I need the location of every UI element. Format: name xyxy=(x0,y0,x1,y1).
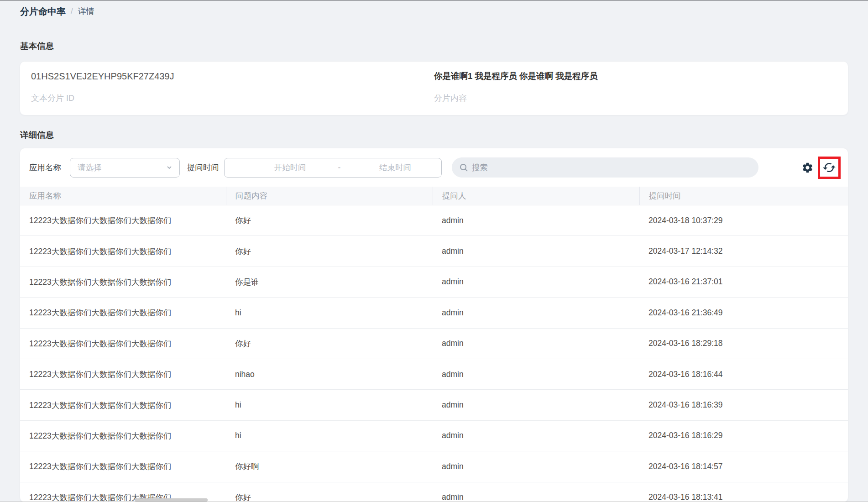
table-body: 12223大数据你们大数据你们大数据你们你好admin2024-03-18 10… xyxy=(20,205,848,502)
cell-app-name: 12223大数据你们大数据你们大数据你们 xyxy=(20,277,226,288)
table-row: 12223大数据你们大数据你们大数据你们hiadmin2024-03-16 21… xyxy=(20,298,848,328)
cell-app-name: 12223大数据你们大数据你们大数据你们 xyxy=(20,307,226,318)
cell-ask-time: 2024-03-17 12:14:32 xyxy=(639,246,848,256)
annotation-highlight-box xyxy=(818,157,841,179)
search-icon xyxy=(459,163,468,172)
settings-button[interactable] xyxy=(801,162,814,174)
shard-content-label: 分片内容 xyxy=(434,92,837,104)
table-row: 12223大数据你们大数据你们大数据你们你好啊admin2024-03-16 1… xyxy=(20,451,848,482)
basic-info-card: 01HS2S1VEJ2EYHP95KF27Z439J 文本分片 ID 你是谁啊1… xyxy=(20,62,848,115)
app-name-select[interactable]: 请选择 xyxy=(70,158,180,178)
table-row: 12223大数据你们大数据你们大数据你们你是谁admin2024-03-16 2… xyxy=(20,267,848,298)
detail-info-card: 应用名称 请选择 提问时间 开始时间 - 结束时间 xyxy=(20,148,848,502)
gear-icon xyxy=(801,162,814,174)
text-shard-id-label: 文本分片 ID xyxy=(31,92,434,104)
cell-ask-time: 2024-03-16 21:36:49 xyxy=(639,308,848,318)
cell-question: nihao xyxy=(226,370,433,379)
cell-asker: admin xyxy=(433,492,639,502)
breadcrumb-parent-link[interactable]: 分片命中率 xyxy=(20,5,66,18)
refresh-button[interactable] xyxy=(822,161,836,174)
cell-asker: admin xyxy=(433,246,639,256)
basic-info-field-content: 你是谁啊1 我是程序员 你是谁啊 我是程序员 分片内容 xyxy=(434,70,837,106)
cell-question: 你好 xyxy=(226,492,433,502)
cell-question: 你好 xyxy=(226,338,433,349)
cell-question: hi xyxy=(226,308,433,318)
cell-asker: admin xyxy=(433,277,639,287)
app-name-filter-label: 应用名称 xyxy=(29,162,61,173)
cell-asker: admin xyxy=(433,400,639,410)
cell-app-name: 12223大数据你们大数据你们大数据你们 xyxy=(20,430,226,441)
table-row: 12223大数据你们大数据你们大数据你们你好admin2024-03-17 12… xyxy=(20,236,848,267)
end-time-input[interactable]: 结束时间 xyxy=(343,162,442,173)
cell-question: hi xyxy=(226,400,433,410)
window-top-edge xyxy=(0,0,868,0)
cell-ask-time: 2024-03-16 18:14:57 xyxy=(639,462,848,471)
breadcrumb-current: 详情 xyxy=(78,6,94,17)
search-input[interactable] xyxy=(472,163,751,173)
cell-app-name: 12223大数据你们大数据你们大数据你们 xyxy=(20,400,226,411)
page: 分片命中率 / 详情 基本信息 01HS2S1VEJ2EYHP95KF27Z43… xyxy=(0,5,868,502)
basic-info-field-id: 01HS2S1VEJ2EYHP95KF27Z439J 文本分片 ID xyxy=(31,70,434,106)
column-header-app-name: 应用名称 xyxy=(20,187,226,205)
column-header-question: 问题内容 xyxy=(226,187,433,205)
column-header-ask-time: 提问时间 xyxy=(639,187,848,205)
table-row: 12223大数据你们大数据你们大数据你们hiadmin2024-03-16 18… xyxy=(20,421,848,451)
cell-ask-time: 2024-03-16 18:16:29 xyxy=(639,431,848,440)
table-header: 应用名称 问题内容 提问人 提问时间 xyxy=(20,187,848,205)
cell-app-name: 12223大数据你们大数据你们大数据你们 xyxy=(20,461,226,472)
filter-toolbar: 应用名称 请选择 提问时间 开始时间 - 结束时间 xyxy=(20,148,848,187)
horizontal-scrollbar-thumb[interactable] xyxy=(135,498,208,502)
breadcrumb: 分片命中率 / 详情 xyxy=(20,5,848,17)
basic-info-title: 基本信息 xyxy=(20,40,848,52)
cell-question: 你好 xyxy=(226,215,433,226)
table-row: 12223大数据你们大数据你们大数据你们nihaoadmin2024-03-16… xyxy=(20,359,848,390)
app-name-select-placeholder: 请选择 xyxy=(78,162,166,173)
cell-app-name: 12223大数据你们大数据你们大数据你们 xyxy=(20,369,226,380)
cell-question: 你好 xyxy=(226,246,433,257)
cell-asker: admin xyxy=(433,216,639,225)
table-row: 12223大数据你们大数据你们大数据你们你好admin2024-03-16 18… xyxy=(20,329,848,359)
cell-ask-time: 2024-03-16 18:13:41 xyxy=(639,492,848,502)
ask-time-filter-label: 提问时间 xyxy=(187,162,219,173)
cell-ask-time: 2024-03-16 21:37:01 xyxy=(639,277,848,287)
cell-asker: admin xyxy=(433,431,639,440)
cell-app-name: 12223大数据你们大数据你们大数据你们 xyxy=(20,338,226,349)
cell-asker: admin xyxy=(433,462,639,471)
cell-question: 你是谁 xyxy=(226,277,433,288)
cell-asker: admin xyxy=(433,308,639,318)
table-row: 12223大数据你们大数据你们大数据你们hiadmin2024-03-16 18… xyxy=(20,390,848,420)
breadcrumb-separator: / xyxy=(71,7,73,16)
column-header-asker: 提问人 xyxy=(433,187,639,205)
cell-asker: admin xyxy=(433,339,639,348)
refresh-icon xyxy=(822,161,836,174)
cell-question: hi xyxy=(226,431,433,440)
cell-question: 你好啊 xyxy=(226,461,433,472)
start-time-input[interactable]: 开始时间 xyxy=(241,162,336,173)
text-shard-id-value: 01HS2S1VEJ2EYHP95KF27Z439J xyxy=(31,70,434,82)
search-box[interactable] xyxy=(452,157,758,178)
cell-ask-time: 2024-03-16 18:16:44 xyxy=(639,370,848,379)
cell-app-name: 12223大数据你们大数据你们大数据你们 xyxy=(20,246,226,257)
cell-ask-time: 2024-03-16 18:29:18 xyxy=(639,339,848,348)
cell-ask-time: 2024-03-18 10:37:29 xyxy=(639,216,848,225)
cell-app-name: 12223大数据你们大数据你们大数据你们 xyxy=(20,215,226,226)
ask-time-range-picker[interactable]: 开始时间 - 结束时间 xyxy=(224,158,442,178)
cell-asker: admin xyxy=(433,370,639,379)
cell-ask-time: 2024-03-16 18:16:39 xyxy=(639,400,848,410)
range-separator: - xyxy=(336,163,343,173)
shard-content-value: 你是谁啊1 我是程序员 你是谁啊 我是程序员 xyxy=(434,70,837,82)
detail-info-title: 详细信息 xyxy=(20,129,848,141)
table-row: 12223大数据你们大数据你们大数据你们你好admin2024-03-18 10… xyxy=(20,205,848,236)
table-actions xyxy=(801,157,841,179)
chevron-down-icon xyxy=(166,164,173,171)
